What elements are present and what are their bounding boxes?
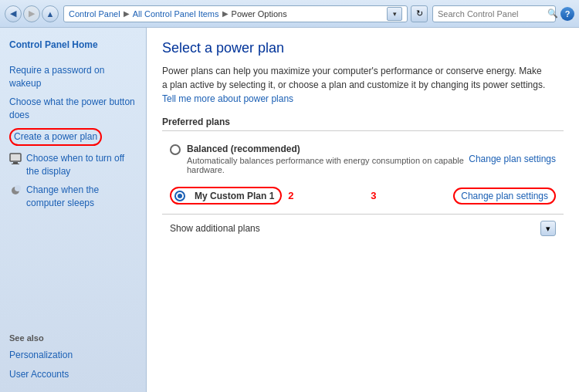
nav-buttons: ◀ ▶ ▲ xyxy=(5,5,59,22)
title-bar: ◀ ▶ ▲ Control Panel ▶ All Control Panel … xyxy=(0,0,579,28)
balanced-plan-name: Balanced (recommended) xyxy=(187,144,469,154)
address-control-panel[interactable]: Control Panel xyxy=(69,9,120,19)
address-sep-2: ▶ xyxy=(222,9,229,18)
address-dropdown[interactable]: ▾ xyxy=(387,7,402,21)
address-all-items[interactable]: All Control Panel Items xyxy=(133,9,219,19)
sidebar-item-user-accounts[interactable]: User Accounts xyxy=(0,365,146,384)
custom-plan-name: My Custom Plan 1 xyxy=(195,191,274,201)
page-title: Select a power plan xyxy=(162,40,564,56)
svg-point-4 xyxy=(15,185,21,191)
expand-plans-button[interactable]: ▾ xyxy=(540,221,556,236)
sidebar-item-home[interactable]: Control Panel Home xyxy=(0,35,146,55)
sidebar-item-sleep-label: Change when the computer sleeps xyxy=(26,184,137,210)
custom-plan-settings-wrapper: Change plan settings xyxy=(453,188,556,204)
sidebar-item-personalization[interactable]: Personalization xyxy=(0,346,146,365)
search-box: 🔍 xyxy=(432,5,556,22)
forward-button[interactable]: ▶ xyxy=(23,5,40,22)
custom-plan-settings-link[interactable]: Change plan settings xyxy=(461,191,548,201)
custom-plan-row: My Custom Plan 1 2 3 Change plan setting… xyxy=(162,182,564,209)
up-button[interactable]: ▲ xyxy=(42,5,59,22)
badge-2: 2 xyxy=(288,190,293,201)
balanced-plan-label[interactable]: Balanced (recommended) Automatically bal… xyxy=(170,144,469,174)
balanced-radio[interactable] xyxy=(170,144,181,155)
additional-plans-row[interactable]: Show additional plans ▾ xyxy=(162,214,564,242)
svg-rect-2 xyxy=(12,164,19,164)
sidebar-item-password[interactable]: Require a password on wakeup xyxy=(0,61,146,93)
sidebar-spacer xyxy=(0,213,146,327)
section-label: Preferred plans xyxy=(162,117,564,131)
balanced-plan-settings-link[interactable]: Change plan settings xyxy=(469,154,556,164)
see-also-label: See also xyxy=(0,327,146,346)
sidebar-item-create-plan[interactable]: Create a power plan xyxy=(0,125,146,149)
svg-rect-1 xyxy=(13,162,18,164)
badge-3: 3 xyxy=(371,190,376,201)
sidebar-item-sleep[interactable]: Change when the computer sleeps xyxy=(0,181,146,213)
content-area: Select a power plan Power plans can help… xyxy=(147,28,579,392)
search-input[interactable] xyxy=(438,9,544,19)
balanced-plan-desc: Automatically balances performance with … xyxy=(187,156,469,174)
help-button[interactable]: ? xyxy=(560,7,574,21)
balanced-plan-row: Balanced (recommended) Automatically bal… xyxy=(162,137,564,181)
intro-text: Power plans can help you maximize your c… xyxy=(162,64,548,106)
svg-rect-0 xyxy=(10,154,21,161)
moon-icon xyxy=(9,184,22,197)
additional-plans-label: Show additional plans xyxy=(170,223,260,234)
address-bar: Control Panel ▶ All Control Panel Items … xyxy=(63,5,408,22)
custom-plan-inner: My Custom Plan 1 xyxy=(170,187,282,204)
sidebar-item-display[interactable]: Choose when to turn off the display xyxy=(0,149,146,181)
search-icon: 🔍 xyxy=(547,8,558,19)
monitor-icon xyxy=(9,153,22,165)
address-sep-1: ▶ xyxy=(124,9,130,18)
custom-plan-radio[interactable] xyxy=(174,191,185,201)
back-button[interactable]: ◀ xyxy=(5,5,22,22)
main-layout: Control Panel Home Require a password on… xyxy=(0,28,579,392)
tell-me-more-link[interactable]: Tell me more about power plans xyxy=(162,93,293,104)
sidebar: Control Panel Home Require a password on… xyxy=(0,28,147,392)
create-power-plan-link[interactable]: Create a power plan xyxy=(9,128,102,146)
balanced-plan-info: Balanced (recommended) Automatically bal… xyxy=(187,144,469,174)
address-power-options: Power Options xyxy=(232,9,287,19)
sidebar-item-power-button[interactable]: Choose what the power button does xyxy=(0,93,146,125)
refresh-button[interactable]: ↻ xyxy=(411,5,428,22)
sidebar-item-display-label: Choose when to turn off the display xyxy=(26,152,137,178)
